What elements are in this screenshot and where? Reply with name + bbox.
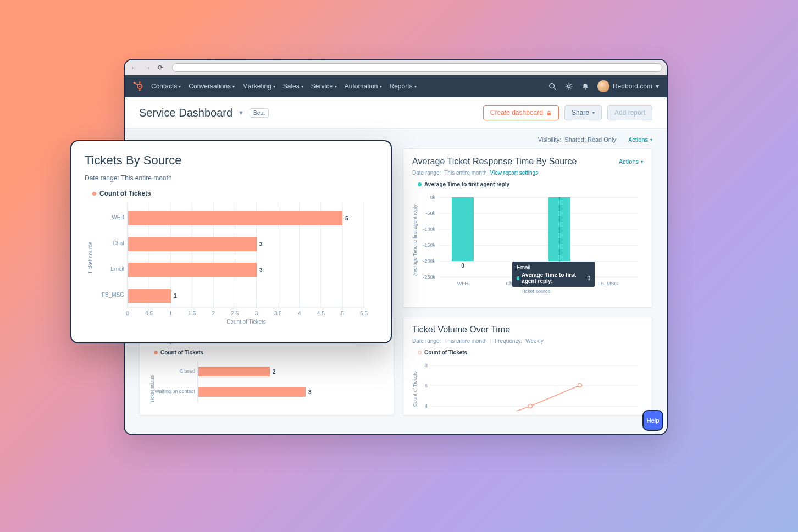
nav-contacts[interactable]: Contacts▾ — [151, 82, 181, 90]
forward-icon[interactable]: → — [142, 63, 152, 73]
create-dashboard-button[interactable]: Create dashboard — [483, 105, 559, 120]
svg-text:0: 0 — [126, 311, 129, 317]
chevron-down-icon: ▾ — [179, 84, 181, 89]
svg-rect-76 — [128, 289, 171, 303]
visibility-actions[interactable]: Actions▾ — [628, 136, 652, 143]
back-icon[interactable]: ← — [129, 63, 139, 73]
svg-rect-73 — [128, 263, 257, 277]
search-icon[interactable] — [548, 82, 557, 91]
legend-label: Count of Tickets — [424, 350, 467, 356]
svg-rect-12 — [547, 113, 551, 115]
svg-text:0k: 0k — [430, 195, 435, 200]
page-header: Service Dashboard ▼ Beta Create dashboar… — [125, 97, 667, 129]
nav-marketing[interactable]: Marketing▾ — [242, 82, 275, 90]
legend-dot-icon — [92, 192, 96, 196]
help-button[interactable]: Help — [642, 410, 663, 431]
svg-text:WEB: WEB — [112, 214, 124, 220]
svg-text:1: 1 — [174, 293, 177, 299]
svg-text:4: 4 — [425, 403, 428, 409]
svg-text:FB_MSG: FB_MSG — [597, 281, 618, 286]
card-avg-response: Average Ticket Response Time By Source A… — [403, 148, 652, 308]
svg-text:5: 5 — [341, 311, 344, 317]
svg-line-9 — [554, 88, 556, 90]
chart-volume: Count of Tickets 8 6 4 — [412, 359, 643, 411]
svg-point-5 — [139, 81, 141, 83]
svg-point-11 — [585, 88, 586, 90]
svg-text:2.5: 2.5 — [231, 311, 239, 317]
svg-text:Closed: Closed — [180, 368, 195, 374]
chevron-down-icon: ▾ — [335, 84, 337, 89]
account-menu[interactable]: Redbord.com ▾ — [597, 80, 659, 92]
svg-text:WEB: WEB — [457, 281, 469, 286]
legend-dot-icon — [154, 351, 158, 354]
svg-text:5: 5 — [345, 215, 348, 221]
svg-rect-19 — [198, 387, 306, 397]
svg-text:-50k: -50k — [425, 210, 435, 216]
add-report-button[interactable]: Add report — [607, 105, 652, 120]
chevron-down-icon: ▾ — [273, 84, 275, 89]
top-nav: Contacts▾ Conversations▾ Marketing▾ Sale… — [125, 75, 667, 97]
url-input[interactable] — [172, 63, 662, 72]
svg-text:Ticket source: Ticket source — [521, 289, 550, 294]
view-report-settings-link[interactable]: View report settings — [490, 170, 539, 176]
tooltip-value: 0 — [587, 275, 590, 281]
share-button[interactable]: Share▾ — [564, 105, 602, 120]
nav-service[interactable]: Service▾ — [311, 82, 337, 90]
date-range-value: This entire month — [444, 170, 486, 176]
svg-point-8 — [550, 84, 555, 88]
chevron-down-icon: ▾ — [380, 84, 382, 89]
card-title: Ticket Volume Over Time — [412, 325, 510, 335]
svg-text:0.5: 0.5 — [145, 311, 153, 317]
svg-text:Count of Tickets: Count of Tickets — [412, 371, 418, 407]
svg-text:6: 6 — [425, 383, 428, 389]
visibility-value: Shared: Read Only — [564, 136, 616, 143]
card-title: Tickets By Source — [85, 153, 378, 168]
avatar — [597, 80, 609, 92]
svg-text:-200k: -200k — [423, 258, 435, 264]
svg-point-3 — [134, 82, 135, 84]
card-actions[interactable]: Actions▾ — [619, 158, 643, 165]
reload-icon[interactable]: ⟳ — [156, 63, 165, 73]
svg-text:3: 3 — [255, 311, 258, 317]
date-range-value: This entire month — [444, 338, 486, 344]
svg-text:3: 3 — [259, 241, 263, 247]
svg-point-10 — [567, 85, 570, 87]
bell-icon[interactable] — [581, 82, 590, 91]
svg-rect-16 — [198, 367, 270, 376]
svg-text:3: 3 — [308, 389, 312, 395]
dashboard-switcher-icon[interactable]: ▼ — [238, 109, 244, 116]
svg-text:1.5: 1.5 — [188, 311, 196, 317]
svg-point-1 — [139, 86, 141, 87]
svg-text:4.5: 4.5 — [317, 311, 325, 317]
svg-text:Ticket source: Ticket source — [87, 241, 93, 274]
chart-tickets-by-source: Ticket source WEB 5 Chat 3 Email 3 FB_MS… — [85, 197, 381, 340]
legend-dot-icon — [418, 182, 422, 186]
svg-rect-34 — [452, 197, 474, 261]
chevron-down-icon: ▾ — [414, 84, 417, 89]
svg-text:Waiting on contact: Waiting on contact — [154, 389, 195, 394]
legend-label: Count of Tickets — [160, 350, 203, 356]
date-range-label: Date range: — [412, 170, 441, 176]
svg-text:2: 2 — [212, 311, 215, 317]
svg-point-51 — [578, 384, 582, 387]
gear-icon[interactable] — [564, 82, 573, 91]
svg-rect-70 — [128, 237, 257, 251]
nav-conversations[interactable]: Conversations▾ — [189, 82, 235, 90]
legend-label: Average Time to first agent reply — [424, 181, 509, 187]
hubspot-logo-icon[interactable] — [132, 81, 143, 92]
nav-reports[interactable]: Reports▾ — [390, 82, 417, 90]
date-range-value: This entire month — [121, 174, 172, 182]
nav-sales[interactable]: Sales▾ — [283, 82, 303, 90]
svg-point-50 — [529, 404, 533, 408]
browser-toolbar: ← → ⟳ — [125, 60, 667, 75]
tooltip-title: Email — [517, 264, 590, 270]
svg-text:2: 2 — [273, 369, 276, 375]
card-ticket-volume: Ticket Volume Over Time Date range: This… — [403, 317, 652, 415]
chevron-down-icon: ▾ — [656, 82, 659, 90]
svg-text:Chat: Chat — [113, 240, 124, 246]
lock-icon — [546, 110, 552, 115]
account-name: Redbord.com — [613, 82, 652, 90]
nav-automation[interactable]: Automation▾ — [345, 82, 382, 90]
svg-point-7 — [139, 90, 141, 91]
beta-badge: Beta — [250, 108, 269, 118]
